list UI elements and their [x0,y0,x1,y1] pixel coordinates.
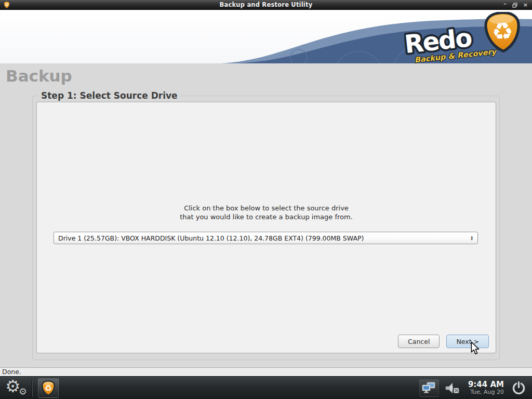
instruction-text: Click on the box below to select the sou… [37,204,496,221]
volume-muted-icon[interactable] [445,382,460,394]
clock-date: Tue, Aug 20 [468,389,504,396]
window-controls: – × [503,0,528,10]
clock[interactable]: 9:44 AM Tue, Aug 20 [468,380,504,396]
page-title: Backup [6,66,72,85]
window-title: Backup and Restore Utility [0,1,532,8]
recycle-icon: ♻ [491,17,514,46]
main-area: Backup Step 1: Select Source Drive Click… [0,63,532,367]
spinner-down-icon: ▾ [471,238,473,241]
status-bar: Done. [0,367,532,376]
taskbar-redo-app-button[interactable]: ♻ [38,378,59,398]
taskbar: ⚙ ⚙ ♻ [0,376,532,399]
settings-gears-button[interactable]: ⚙ ⚙ [4,378,29,398]
banner: ♻ Redo Backup & Recovery ™ [0,10,532,63]
step-frame: Step 1: Select Source Drive Click on the… [32,90,500,360]
step-legend: Step 1: Select Source Drive [38,90,181,101]
svg-text:♻: ♻ [45,383,52,393]
system-tray: 9:44 AM Tue, Aug 20 [419,379,526,397]
power-button-icon[interactable] [512,381,526,395]
source-drive-value: Drive 1 (25.57GB): VBOX HARDDISK (Ubuntu… [58,234,471,242]
display-settings-button[interactable] [419,379,439,397]
trademark: ™ [519,12,524,14]
combo-spinner-icon: ▴ ▾ [471,235,473,241]
minimize-icon[interactable]: – [503,0,507,9]
gear-small-icon: ⚙ [19,386,27,397]
redo-logo: ♻ Redo Backup & Recovery ™ [404,12,528,63]
titlebar: ♻ Backup and Restore Utility – × [0,0,532,10]
close-icon[interactable]: × [523,0,528,10]
instruction-line-1: Click on the box below to select the sou… [37,204,496,213]
source-drive-panel: Click on the box below to select the sou… [36,102,496,353]
monitors-icon [422,382,436,394]
status-text: Done. [2,368,21,376]
instruction-line-2: that you would like to create a backup i… [37,213,496,222]
taskbar-separator [32,379,33,397]
restore-icon[interactable] [512,3,517,8]
clock-time: 9:44 AM [468,380,504,389]
cancel-button[interactable]: Cancel [398,335,440,348]
mouse-cursor [470,341,480,355]
source-drive-select[interactable]: Drive 1 (25.57GB): VBOX HARDDISK (Ubuntu… [54,232,478,244]
next-button[interactable]: Next > [446,335,489,348]
redo-badge-icon: ♻ [41,380,56,396]
